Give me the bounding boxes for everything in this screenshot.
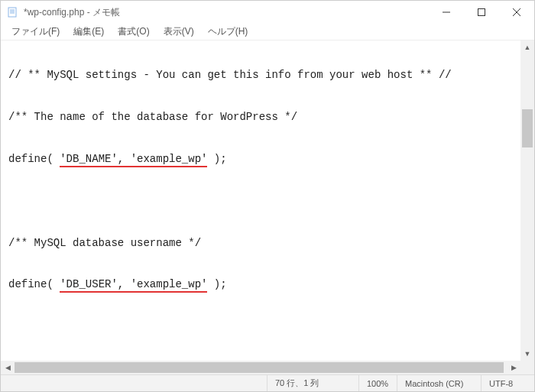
minimize-button[interactable] [429, 1, 464, 24]
close-button[interactable] [499, 1, 534, 24]
editor-wrap: // ** MySQL settings - You can get this … [1, 40, 534, 374]
text-editor[interactable]: // ** MySQL settings - You can get this … [1, 40, 520, 361]
menu-format[interactable]: 書式(O) [112, 24, 155, 40]
window-title: *wp-config.php - メモ帳 [24, 6, 429, 19]
scroll-left-icon[interactable]: ◀ [1, 364, 15, 371]
vertical-scrollbar[interactable]: ▲ ▼ [520, 40, 534, 361]
titlebar: *wp-config.php - メモ帳 [1, 1, 534, 24]
status-zoom: 100% [358, 375, 397, 391]
scroll-up-icon[interactable]: ▲ [520, 40, 534, 54]
notepad-icon [7, 6, 19, 18]
scroll-corner [520, 361, 534, 374]
highlight-db-name: 'DB_NAME', 'example_wp' [60, 153, 207, 167]
status-encoding: UTF-8 [481, 375, 534, 391]
status-position: 70 行、1 列 [267, 375, 358, 391]
scroll-right-icon[interactable]: ▶ [507, 364, 520, 371]
svg-rect-5 [478, 9, 485, 16]
code-line: /** MySQL database username */ [8, 235, 513, 251]
menu-view[interactable]: 表示(V) [157, 24, 200, 40]
menu-file[interactable]: ファイル(F) [5, 24, 66, 40]
code-line: // ** MySQL settings - You can get this … [8, 66, 513, 83]
window-controls [429, 1, 534, 24]
menu-help[interactable]: ヘルプ(H) [202, 24, 255, 40]
code-line: define( 'DB_USER', 'example_wp' ); [8, 276, 513, 293]
menu-edit[interactable]: 編集(E) [67, 24, 110, 40]
hscroll-track[interactable] [15, 361, 507, 374]
code-line: define( 'DB_NAME', 'example_wp' ); [8, 151, 513, 167]
highlight-db-user: 'DB_USER', 'example_wp' [60, 278, 207, 293]
hscroll-thumb[interactable] [15, 362, 504, 373]
statusbar: 70 行、1 列 100% Macintosh (CR) UTF-8 [1, 374, 534, 391]
vscroll-thumb[interactable] [522, 109, 533, 147]
maximize-button[interactable] [464, 1, 499, 24]
menubar: ファイル(F) 編集(E) 書式(O) 表示(V) ヘルプ(H) [1, 24, 534, 40]
svg-rect-0 [8, 8, 16, 17]
scroll-down-icon[interactable]: ▼ [520, 347, 534, 361]
horizontal-scrollbar[interactable]: ◀ ▶ [1, 361, 520, 374]
code-line: /** The name of the database for WordPre… [8, 109, 513, 125]
status-line-ending: Macintosh (CR) [397, 375, 481, 391]
